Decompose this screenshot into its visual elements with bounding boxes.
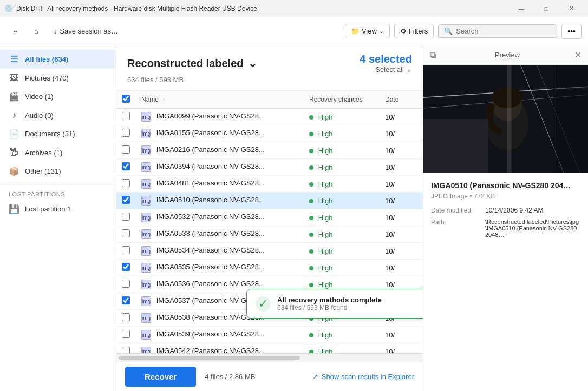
- row-date: 10/: [385, 113, 395, 121]
- search-box[interactable]: 🔍: [438, 24, 557, 38]
- maximize-button[interactable]: □: [534, 0, 559, 17]
- row-checkbox-11[interactable]: [122, 296, 130, 304]
- preview-header: ⧉ Preview ✕: [423, 45, 588, 65]
- minimize-button[interactable]: —: [509, 0, 534, 17]
- filters-button[interactable]: ⚙ Filters: [394, 24, 434, 38]
- sidebar: ☰All files (634)🖼Pictures (470)🎬Video (1…: [0, 45, 116, 391]
- row-checkbox-9[interactable]: [122, 263, 130, 271]
- bottom-file-info: 4 files / 2.86 MB: [205, 373, 304, 381]
- window-controls: — □ ✕: [509, 0, 584, 17]
- close-button[interactable]: ✕: [559, 0, 584, 17]
- toolbar: ← ⌂ ↓ Save session as… 📁 View ⌄ ⚙ Filter…: [0, 17, 588, 45]
- home-button[interactable]: ⌂: [29, 24, 44, 38]
- sidebar-item-video[interactable]: 🎬Video (1): [0, 87, 116, 106]
- table-row: img IMGA0216 (Panasonic NV-GS28... High …: [116, 142, 423, 159]
- row-checkbox-12[interactable]: [122, 313, 130, 321]
- sidebar-item-pictures[interactable]: 🖼Pictures (470): [0, 69, 116, 87]
- row-checkbox-10[interactable]: [122, 280, 130, 288]
- svg-rect-9: [553, 65, 588, 173]
- file-table-container: Name ↑ Recovery chances Date: [116, 91, 423, 353]
- row-recovery-cell: High: [304, 327, 380, 343]
- sidebar-label-audio: Audio (0): [25, 111, 54, 120]
- row-checkbox-2[interactable]: [122, 145, 130, 154]
- show-explorer-link[interactable]: ↗ Show scan results in Explorer: [312, 373, 414, 381]
- row-date: 10/: [385, 163, 395, 171]
- content-title-chevron-icon[interactable]: ⌄: [248, 57, 257, 70]
- row-filename: IMGA0155 (Panasonic NV-GS28...: [156, 129, 265, 137]
- preview-path-row: Path: \Reconstructed labeled\Pictures\jp…: [431, 218, 580, 238]
- row-checkbox-4[interactable]: [122, 179, 130, 187]
- sidebar-item-audio[interactable]: ♪Audio (0): [0, 106, 116, 124]
- row-checkbox-13[interactable]: [122, 330, 130, 338]
- row-checkbox-8[interactable]: [122, 246, 130, 254]
- bottom-bar: Recover 4 files / 2.86 MB ↗ Show scan re…: [116, 362, 423, 391]
- row-date: 10/: [385, 180, 395, 188]
- row-recovery-cell: High: [304, 260, 380, 276]
- row-checkbox-cell: [116, 243, 136, 260]
- table-row: img IMGA0394 (Panasonic NV-GS28... High …: [116, 159, 423, 176]
- content-area: Reconstructed labeled ⌄ 4 selected Selec…: [116, 45, 423, 391]
- row-date-cell: 10/: [380, 226, 423, 243]
- back-button[interactable]: ←: [6, 24, 24, 38]
- header-name-label: Name: [141, 96, 159, 103]
- sidebar-item-all-files[interactable]: ☰All files (634): [0, 50, 116, 69]
- recovery-label: High: [318, 281, 333, 289]
- row-checkbox-cell: [116, 260, 136, 276]
- more-button[interactable]: •••: [561, 24, 582, 39]
- sidebar-item-other[interactable]: 📦Other (131): [0, 162, 116, 181]
- high-indicator: [309, 283, 313, 287]
- save-button[interactable]: ↓ Save session as…: [48, 24, 123, 38]
- sidebar-divider: [0, 183, 116, 183]
- row-date: 10/: [385, 230, 395, 238]
- row-name-cell: img IMGA0099 (Panasonic NV-GS28...: [136, 109, 304, 125]
- notification-title: All recovery methods complete: [277, 296, 423, 304]
- sidebar-icon-pictures: 🖼: [9, 73, 19, 83]
- sidebar-icon-lost-partition-1: 💾: [9, 204, 19, 214]
- select-all-checkbox[interactable]: [122, 95, 130, 103]
- select-all-label: Select all: [375, 65, 404, 74]
- content-subtitle: 634 files / 593 MB: [127, 76, 412, 84]
- sidebar-item-documents[interactable]: 📄Documents (31): [0, 124, 116, 143]
- filters-icon: ⚙: [400, 27, 407, 35]
- recovery-label: High: [318, 264, 333, 272]
- table-row: img IMGA0510 (Panasonic NV-GS28... High …: [116, 193, 423, 209]
- row-checkbox-cell: [116, 142, 136, 159]
- view-button[interactable]: 📁 View ⌄: [345, 24, 390, 38]
- lost-partitions-section: Lost partitions: [0, 185, 116, 200]
- row-date: 10/: [385, 348, 395, 354]
- row-checkbox-7[interactable]: [122, 229, 130, 237]
- file-icon: img: [141, 229, 151, 239]
- content-title-row: Reconstructed labeled ⌄ 4 selected Selec…: [127, 53, 412, 74]
- preview-copy-button[interactable]: ⧉: [430, 50, 436, 60]
- row-checkbox-3[interactable]: [122, 162, 130, 170]
- high-indicator: [309, 216, 313, 220]
- table-row: img IMGA0533 (Panasonic NV-GS28... High …: [116, 226, 423, 243]
- row-checkbox-14[interactable]: [122, 347, 130, 353]
- high-indicator: [309, 132, 313, 136]
- row-recovery-cell: High: [304, 142, 380, 159]
- recover-button[interactable]: Recover: [125, 367, 196, 387]
- row-checkbox-0[interactable]: [122, 112, 130, 120]
- header-date-col[interactable]: Date: [380, 91, 423, 109]
- header-recovery-col[interactable]: Recovery chances: [304, 91, 380, 109]
- header-name-col[interactable]: Name ↑: [136, 91, 304, 109]
- sidebar-item-lost-partition-1[interactable]: 💾Lost partition 1: [0, 200, 116, 218]
- recovery-label: High: [318, 197, 333, 205]
- row-date-cell: 10/: [380, 159, 423, 176]
- select-all-button[interactable]: Select all ⌄: [375, 65, 412, 74]
- horizontal-scrollbar[interactable]: [116, 353, 423, 362]
- row-filename: IMGA0099 (Panasonic NV-GS28...: [156, 112, 265, 120]
- sidebar-label-video: Video (1): [25, 92, 54, 101]
- row-checkbox-6[interactable]: [122, 213, 130, 221]
- search-input[interactable]: [456, 27, 548, 35]
- sidebar-item-archives[interactable]: 🗜Archives (1): [0, 143, 116, 162]
- table-row: img IMGA0535 (Panasonic NV-GS28... High …: [116, 260, 423, 276]
- view-label: View: [362, 27, 377, 35]
- row-checkbox-5[interactable]: [122, 196, 130, 204]
- table-row: img IMGA0481 (Panasonic NV-GS28... High …: [116, 176, 423, 193]
- row-checkbox-1[interactable]: [122, 129, 130, 137]
- row-filename: IMGA0536 (Panasonic NV-GS28...: [156, 280, 265, 288]
- preview-close-button[interactable]: ✕: [574, 50, 582, 60]
- row-name-cell: img IMGA0394 (Panasonic NV-GS28...: [136, 159, 304, 176]
- table-row: img IMGA0532 (Panasonic NV-GS28... High …: [116, 209, 423, 226]
